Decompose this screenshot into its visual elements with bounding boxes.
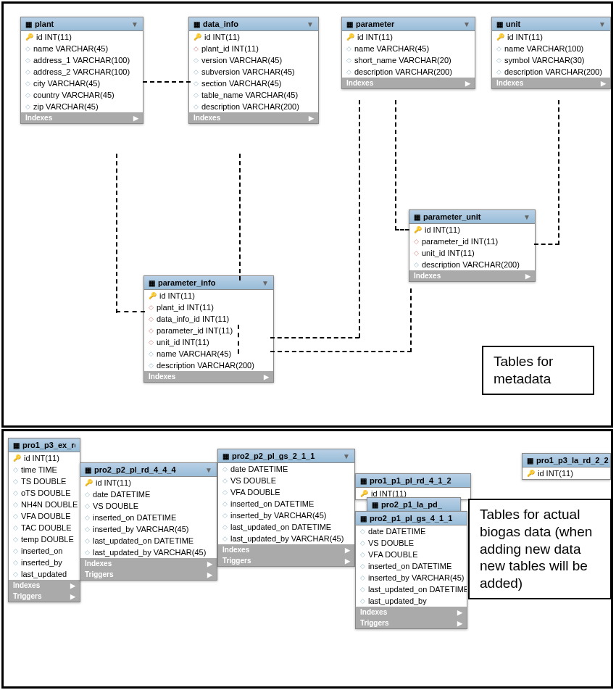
- column-row: 🔑id INT(11): [80, 477, 217, 489]
- indexes-footer[interactable]: Indexes: [360, 608, 387, 616]
- table-title: pro2_p2_pl_rd_4_4_4: [94, 465, 176, 474]
- key-icon: 🔑: [346, 33, 354, 41]
- table-columns: 🔑id INT(11)◇time TIME◇TS DOUBLE◇oTS DOUB…: [9, 452, 80, 580]
- indexes-footer[interactable]: Indexes: [149, 373, 175, 381]
- indexes-footer[interactable]: Indexes: [346, 79, 373, 87]
- column-row: ◇NH4N DOUBLE: [9, 499, 80, 510]
- indexes-footer[interactable]: Indexes: [25, 114, 52, 122]
- column-row: ◇name VARCHAR(45): [144, 348, 273, 359]
- column-text: version VARCHAR(45): [201, 56, 282, 65]
- indexes-footer[interactable]: Indexes: [85, 560, 112, 568]
- foreign-key-icon: ◇: [149, 327, 154, 334]
- column-text: last_updated_by VARCHAR(45): [230, 534, 344, 543]
- column-icon: ◇: [25, 103, 30, 110]
- column-text: id INT(11): [96, 478, 131, 487]
- column-row: ◇short_name VARCHAR(20): [342, 54, 475, 66]
- column-icon: ◇: [360, 528, 365, 535]
- indexes-footer[interactable]: Indexes: [13, 581, 40, 589]
- column-text: last_updated_by: [368, 597, 427, 605]
- table-data-info: ▦data_info▼ 🔑id INT(11)◇plant_id INT(11)…: [188, 17, 319, 124]
- table-columns: 🔑id INT(11)◇date DATETIME◇VS DOUBLE◇inse…: [80, 477, 217, 558]
- indexes-footer[interactable]: Indexes: [222, 546, 249, 554]
- indexes-footer[interactable]: Indexes: [414, 272, 441, 280]
- column-row: ◇version VARCHAR(45): [189, 54, 318, 66]
- column-text: inserted_on: [21, 546, 63, 555]
- column-row: ◇VS DOUBLE: [356, 537, 467, 549]
- column-row: ◇TAC DOUBLE: [9, 522, 80, 533]
- expand-icon[interactable]: ▶: [264, 373, 269, 381]
- column-icon: ◇: [193, 80, 199, 87]
- collapse-icon[interactable]: ▼: [599, 20, 606, 28]
- table-columns: 🔑id INT(11)◇plant_id INT(11)◇data_info_i…: [144, 290, 273, 371]
- column-row: ◇parameter_id INT(11): [144, 325, 273, 336]
- triggers-footer[interactable]: Triggers: [13, 592, 41, 600]
- column-row: ◇last_updated_on DATETIME: [218, 521, 354, 533]
- triggers-footer[interactable]: Triggers: [85, 570, 113, 578]
- column-row: 🔑id INT(11): [144, 290, 273, 302]
- column-row: ◇VFA DOUBLE: [9, 510, 80, 522]
- table-columns: 🔑id INT(11)◇name VARCHAR(45)◇address_1 V…: [21, 31, 143, 112]
- table-icon: ▦: [25, 20, 32, 28]
- column-row: ◇description VARCHAR(200): [144, 359, 273, 371]
- column-text: symbol VARCHAR(30): [504, 56, 584, 65]
- column-text: inserted_on DATETIME: [230, 499, 314, 508]
- collapse-icon[interactable]: ▼: [131, 20, 138, 28]
- expand-icon[interactable]: ▶: [309, 115, 314, 122]
- column-text: unit_id INT(11): [422, 249, 475, 257]
- column-text: NH4N DOUBLE: [21, 500, 78, 509]
- rel-datainfo-paraminfo-h: [238, 325, 239, 354]
- column-text: id INT(11): [159, 291, 195, 300]
- triggers-footer[interactable]: Triggers: [222, 557, 251, 565]
- column-text: data_info_id INT(11): [157, 315, 229, 323]
- column-text: address_1 VARCHAR(100): [33, 56, 130, 65]
- column-row: ◇plant_id INT(11): [189, 43, 318, 54]
- expand-icon[interactable]: ▶: [465, 80, 470, 87]
- rel-unit-paramunit-h: [534, 244, 559, 245]
- table-icon: ▦: [193, 20, 200, 28]
- foreign-key-icon: ◇: [149, 315, 154, 323]
- column-text: address_2 VARCHAR(100): [33, 67, 130, 76]
- label-biogas: Tables for actual biogas data (when addi…: [468, 499, 612, 599]
- column-row: ◇inserted_by VARCHAR(45): [80, 523, 217, 535]
- column-row: ◇last_updated_by: [356, 595, 467, 607]
- column-icon: ◇: [25, 80, 30, 87]
- column-row: ◇symbol VARCHAR(30): [492, 54, 610, 66]
- column-row: ◇name VARCHAR(45): [21, 43, 143, 54]
- rel-plant-datainfo: [143, 81, 191, 83]
- expand-icon[interactable]: ▶: [525, 273, 530, 280]
- collapse-icon[interactable]: ▼: [307, 20, 314, 28]
- rel-plant-paraminfo-v: [116, 154, 117, 313]
- column-icon: ◇: [13, 547, 18, 554]
- expand-icon[interactable]: ▶: [133, 115, 138, 122]
- column-text: date DATETIME: [230, 465, 288, 473]
- foreign-key-icon: ◇: [414, 249, 419, 257]
- column-text: name VARCHAR(100): [504, 44, 583, 53]
- column-row: ◇address_1 VARCHAR(100): [21, 54, 143, 66]
- column-icon: ◇: [25, 68, 30, 75]
- table-title: pro1_p3_la_rd_2_2: [536, 456, 609, 465]
- column-text: last_updated: [21, 570, 67, 578]
- indexes-footer[interactable]: Indexes: [193, 114, 220, 122]
- rel-unit-paramunit-v: [558, 100, 559, 245]
- collapse-icon[interactable]: ▼: [262, 279, 269, 287]
- table-title: unit: [506, 20, 520, 28]
- expand-icon[interactable]: ▶: [601, 80, 606, 87]
- column-text: VS DOUBLE: [368, 539, 414, 547]
- foreign-key-icon: ◇: [149, 304, 154, 311]
- column-row: ◇VFA DOUBLE: [356, 549, 467, 560]
- column-row: ◇description VARCHAR(200): [189, 101, 318, 112]
- collapse-icon[interactable]: ▼: [523, 213, 530, 221]
- table-parameter-unit: ▦parameter_unit▼ 🔑id INT(11)◇parameter_i…: [409, 209, 536, 282]
- column-icon: ◇: [496, 57, 501, 64]
- column-icon: ◇: [25, 45, 30, 52]
- column-row: ◇VFA DOUBLE: [218, 486, 354, 498]
- label-metadata: Tables for metadata: [482, 346, 594, 395]
- triggers-footer[interactable]: Triggers: [360, 619, 388, 627]
- column-icon: ◇: [13, 489, 18, 496]
- column-row: ◇last_updated: [9, 568, 80, 580]
- indexes-footer[interactable]: Indexes: [496, 79, 523, 87]
- rel-plant-paraminfo-h: [116, 311, 145, 312]
- column-icon: ◇: [193, 91, 199, 99]
- column-icon: ◇: [13, 524, 18, 531]
- collapse-icon[interactable]: ▼: [463, 20, 470, 28]
